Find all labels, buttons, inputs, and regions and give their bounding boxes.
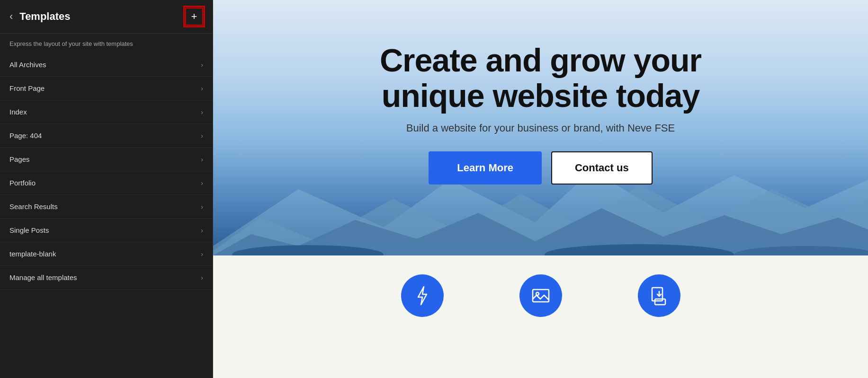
chevron-right-icon: ›	[201, 179, 203, 187]
sidebar-item-all-archives[interactable]: All Archives ›	[0, 53, 213, 77]
sidebar-nav: All Archives › Front Page › Index › Page…	[0, 53, 213, 378]
sidebar-item-label: All Archives	[9, 61, 46, 69]
feature-icon-1	[401, 274, 444, 317]
feature-icon-2	[519, 274, 562, 317]
sidebar-item-label: template-blank	[9, 250, 56, 258]
sidebar-item-label: Index	[9, 108, 27, 116]
sidebar-item-label: Portfolio	[9, 179, 36, 187]
sidebar-item-portfolio[interactable]: Portfolio ›	[0, 171, 213, 195]
hero-subtitle: Build a website for your business or bra…	[380, 122, 701, 134]
contact-us-button[interactable]: Contact us	[551, 151, 653, 185]
sidebar-item-single-posts[interactable]: Single Posts ›	[0, 219, 213, 242]
sidebar-item-label: Search Results	[9, 202, 58, 211]
sidebar: ‹ Templates + Express the layout of your…	[0, 0, 213, 378]
flash-icon	[412, 285, 433, 307]
svg-rect-4	[533, 290, 549, 302]
sidebar-item-label: Front Page	[9, 84, 45, 92]
sidebar-item-front-page[interactable]: Front Page ›	[0, 77, 213, 100]
hero-title: Create and grow your unique website toda…	[380, 43, 701, 114]
sidebar-item-label: Manage all templates	[9, 273, 77, 281]
sidebar-item-label: Pages	[9, 155, 30, 163]
chevron-right-icon: ›	[201, 132, 203, 140]
sidebar-subtitle: Express the layout of your site with tem…	[0, 34, 213, 53]
hero-content: Create and grow your unique website toda…	[351, 43, 730, 185]
download-icon	[648, 285, 670, 307]
add-template-button[interactable]: +	[185, 8, 203, 26]
chevron-right-icon: ›	[201, 203, 203, 211]
chevron-right-icon: ›	[201, 227, 203, 234]
sidebar-item-template-blank[interactable]: template-blank ›	[0, 242, 213, 266]
sidebar-item-page-404[interactable]: Page: 404 ›	[0, 124, 213, 148]
learn-more-button[interactable]: Learn More	[429, 151, 542, 185]
chevron-right-icon: ›	[201, 274, 203, 281]
sidebar-header-left: ‹ Templates	[9, 10, 71, 23]
sidebar-item-label: Single Posts	[9, 226, 49, 234]
hero-section: Create and grow your unique website toda…	[213, 0, 868, 255]
sidebar-item-pages[interactable]: Pages ›	[0, 148, 213, 171]
features-section	[213, 255, 868, 378]
svg-marker-3	[418, 287, 427, 305]
back-button[interactable]: ‹	[9, 11, 13, 22]
chevron-right-icon: ›	[201, 250, 203, 258]
image-icon	[530, 285, 552, 307]
sidebar-item-label: Page: 404	[9, 132, 42, 140]
svg-rect-7	[655, 299, 665, 305]
feature-icon-3	[638, 274, 680, 317]
sidebar-item-search-results[interactable]: Search Results ›	[0, 195, 213, 219]
sidebar-title: Templates	[19, 10, 70, 23]
main-preview: Create and grow your unique website toda…	[213, 0, 868, 378]
sidebar-header: ‹ Templates +	[0, 0, 213, 34]
sidebar-item-manage-all-templates[interactable]: Manage all templates ›	[0, 266, 213, 290]
chevron-right-icon: ›	[201, 108, 203, 116]
chevron-right-icon: ›	[201, 156, 203, 163]
sidebar-item-index[interactable]: Index ›	[0, 100, 213, 124]
preview-area: Create and grow your unique website toda…	[213, 0, 868, 378]
hero-buttons: Learn More Contact us	[380, 151, 701, 185]
chevron-right-icon: ›	[201, 61, 203, 69]
chevron-right-icon: ›	[201, 85, 203, 92]
